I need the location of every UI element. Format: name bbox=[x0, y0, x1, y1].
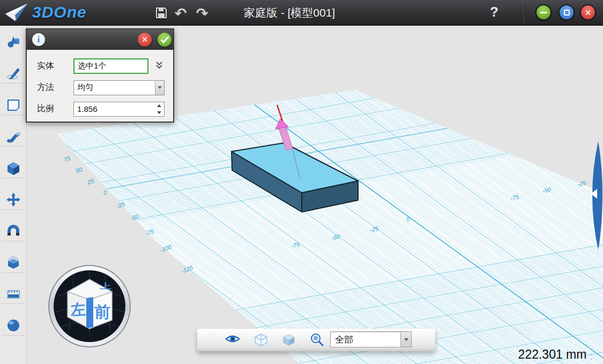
sidebar-divider bbox=[2, 115, 25, 115]
sketch-plane-icon[interactable] bbox=[6, 97, 21, 112]
paper-plane-icon bbox=[4, 2, 29, 22]
wireframe-cube-icon[interactable] bbox=[254, 333, 268, 346]
entity-input[interactable] bbox=[73, 58, 148, 74]
primitive-solids-icon[interactable] bbox=[6, 34, 21, 49]
zoom-magnifier-icon[interactable] bbox=[310, 333, 324, 346]
method-dropdown[interactable]: 均匀 bbox=[73, 80, 165, 95]
expand-chevrons-icon[interactable] bbox=[155, 61, 163, 72]
app-logo: 3DOne bbox=[4, 2, 87, 22]
combine-tool-icon[interactable] bbox=[6, 255, 21, 270]
scale-dialog: i ✕ 实体 方法 bbox=[26, 28, 174, 123]
display-filter-dropdown[interactable]: 全部 bbox=[330, 331, 412, 347]
titlebar-separator bbox=[524, 3, 524, 22]
measurement-value: 222.301 mm bbox=[518, 347, 587, 362]
check-icon bbox=[161, 36, 169, 43]
info-icon: i bbox=[32, 33, 45, 46]
scale-spinner[interactable]: 1.856 bbox=[73, 102, 165, 117]
spin-down-button[interactable] bbox=[154, 109, 164, 116]
grid-axis-label: 75 bbox=[63, 155, 71, 163]
cancel-button[interactable]: ✕ bbox=[138, 33, 152, 47]
minimize-button[interactable] bbox=[535, 4, 552, 20]
scale-field-label: 比例 bbox=[37, 103, 73, 115]
grid-axis-label: -125 bbox=[181, 264, 194, 275]
save-icon[interactable] bbox=[152, 4, 170, 21]
sidebar-divider bbox=[2, 272, 25, 273]
cube-face-top: 上 bbox=[99, 282, 111, 290]
help-button[interactable]: ? bbox=[485, 4, 503, 20]
sidebar-divider bbox=[2, 146, 25, 147]
spin-up-button[interactable] bbox=[154, 102, 164, 109]
grid-axis-label: -25 bbox=[115, 201, 125, 210]
entity-field-label: 实体 bbox=[37, 60, 73, 72]
app-window: 3DOne ↶ ↷ 家庭版 - [模型001] ? ✕ bbox=[0, 0, 603, 364]
grid-axis-label: 25 bbox=[86, 177, 95, 185]
sidebar-divider bbox=[2, 304, 25, 304]
move-tool-icon[interactable] bbox=[6, 192, 21, 207]
title-bar: 3DOne ↶ ↷ 家庭版 - [模型001] ? ✕ bbox=[0, 0, 603, 26]
grid-axis-line-v bbox=[247, 100, 603, 364]
measure-tool-icon[interactable] bbox=[6, 286, 21, 301]
measurement-readout: 222.301 mm ⌃ ⌄ bbox=[518, 347, 593, 362]
window-title: 家庭版 - [模型001] bbox=[214, 5, 364, 20]
cube-face-front: 前 bbox=[94, 303, 110, 321]
dialog-header[interactable]: i ✕ bbox=[27, 29, 173, 50]
sidebar-divider bbox=[2, 83, 25, 84]
undo-icon[interactable]: ↶ bbox=[172, 4, 190, 21]
chevron-down-icon bbox=[158, 86, 162, 89]
method-field-label: 方法 bbox=[37, 82, 73, 93]
sketch-pen-icon[interactable] bbox=[6, 66, 21, 81]
grid-axis-label: 50 bbox=[75, 166, 83, 174]
logo-text: 3DOne bbox=[32, 3, 87, 21]
display-filter-value: 全部 bbox=[331, 333, 400, 346]
material-sphere-icon[interactable] bbox=[6, 318, 21, 333]
visibility-eye-icon[interactable] bbox=[225, 333, 239, 346]
assembly-magnet-icon[interactable] bbox=[6, 223, 21, 238]
grid-axis-label: 0 bbox=[102, 189, 108, 196]
shaded-cube-icon[interactable] bbox=[282, 333, 296, 346]
cube-face-left: 左 bbox=[70, 301, 86, 318]
dropdown-arrow-button[interactable] bbox=[155, 81, 164, 95]
sidebar-divider bbox=[2, 335, 25, 336]
dialog-body: 实体 方法 均匀 比例 bbox=[27, 50, 173, 117]
solid-feature-icon[interactable] bbox=[6, 161, 21, 176]
sweep-feature-icon[interactable] bbox=[6, 129, 21, 144]
cube-edge-highlight bbox=[86, 297, 93, 328]
close-button[interactable]: ✕ bbox=[580, 4, 596, 20]
confirm-button[interactable] bbox=[158, 33, 172, 47]
sidebar-divider bbox=[2, 241, 25, 241]
tool-sidebar bbox=[0, 26, 27, 364]
chevron-down-icon bbox=[404, 338, 408, 341]
sidebar-divider bbox=[2, 209, 25, 210]
display-toolbar: 全部 bbox=[197, 329, 435, 351]
redo-icon[interactable]: ↷ bbox=[193, 4, 211, 21]
chevron-down-icon: ⌄ bbox=[589, 357, 593, 359]
sidebar-divider bbox=[2, 178, 25, 178]
dropdown-arrow-button[interactable] bbox=[400, 332, 411, 347]
view-navigation-cube[interactable]: 上 左 前 bbox=[47, 264, 132, 348]
scale-value: 1.856 bbox=[74, 104, 154, 113]
method-value: 均匀 bbox=[74, 82, 155, 93]
flyout-tab[interactable] bbox=[584, 138, 603, 253]
measurement-spinner[interactable]: ⌃ ⌄ bbox=[589, 351, 593, 359]
maximize-button[interactable] bbox=[559, 4, 575, 20]
